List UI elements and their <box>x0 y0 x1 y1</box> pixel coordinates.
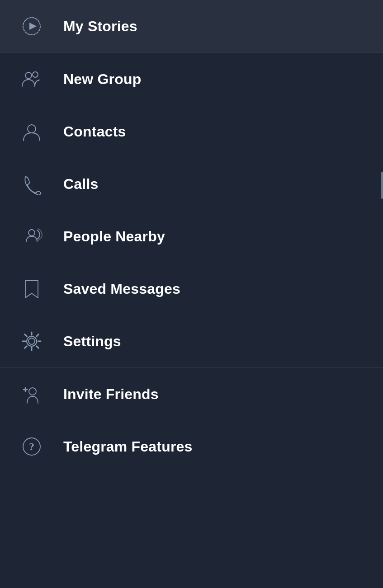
menu-item-my-stories[interactable]: My Stories <box>0 0 383 52</box>
menu-item-contacts-label: Contacts <box>63 123 126 140</box>
saved-messages-icon <box>18 275 45 302</box>
menu-item-invite-friends-label: Invite Friends <box>63 386 159 403</box>
menu-container: My Stories New Group Contacts <box>0 0 383 473</box>
menu-item-people-nearby-label: People Nearby <box>63 228 165 245</box>
people-nearby-icon <box>18 223 45 250</box>
calls-icon <box>18 170 45 198</box>
menu-item-people-nearby[interactable]: People Nearby <box>0 210 383 263</box>
menu-item-saved-messages-label: Saved Messages <box>63 281 180 297</box>
menu-item-contacts[interactable]: Contacts <box>0 105 383 158</box>
menu-item-my-stories-label: My Stories <box>63 18 137 35</box>
menu-item-telegram-features[interactable]: ? Telegram Features <box>0 420 383 473</box>
menu-item-calls-label: Calls <box>63 176 98 193</box>
menu-item-invite-friends[interactable]: Invite Friends <box>0 368 383 420</box>
menu-item-saved-messages[interactable]: Saved Messages <box>0 263 383 315</box>
contacts-icon <box>18 118 45 145</box>
menu-item-settings[interactable]: Settings <box>0 315 383 367</box>
invite-friends-icon <box>18 381 45 408</box>
menu-item-calls[interactable]: Calls <box>0 158 383 210</box>
menu-item-new-group[interactable]: New Group <box>0 53 383 105</box>
svg-point-2 <box>25 72 32 79</box>
svg-point-3 <box>33 72 38 77</box>
settings-icon <box>18 328 45 355</box>
menu-item-settings-label: Settings <box>63 333 121 350</box>
svg-marker-1 <box>29 23 37 30</box>
svg-point-5 <box>28 230 35 236</box>
menu-item-telegram-features-label: Telegram Features <box>63 438 193 455</box>
scrollbar[interactable] <box>381 172 383 199</box>
stories-icon <box>18 13 45 40</box>
svg-point-4 <box>28 125 36 133</box>
svg-point-8 <box>29 388 36 395</box>
telegram-features-icon: ? <box>18 433 45 460</box>
svg-point-6 <box>28 338 35 344</box>
menu-item-new-group-label: New Group <box>63 71 141 88</box>
svg-text:?: ? <box>29 441 34 452</box>
new-group-icon <box>18 66 45 93</box>
